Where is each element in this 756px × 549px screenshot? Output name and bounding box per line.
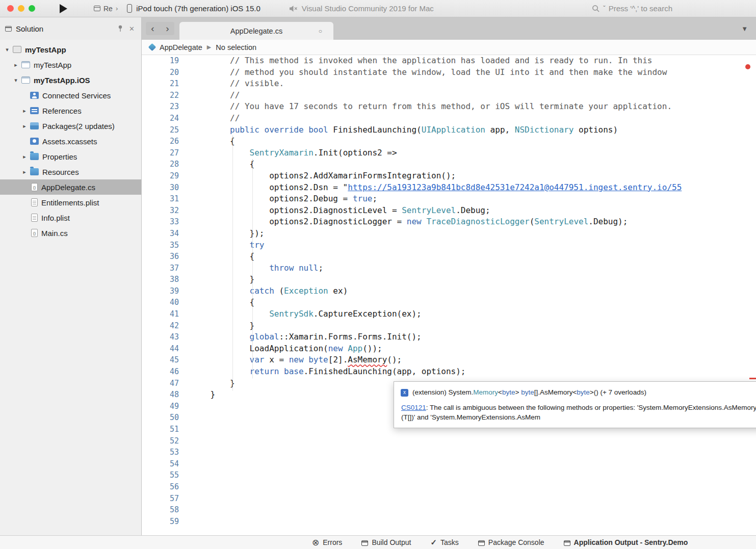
code-line-34[interactable]: 34 }); bbox=[142, 228, 756, 240]
code-line-39[interactable]: 39 catch (Exception ex) bbox=[142, 285, 756, 297]
code-line-58[interactable]: 58 bbox=[142, 504, 756, 516]
tab-modified-icon[interactable]: ○ bbox=[319, 28, 322, 35]
sidebar-item-references[interactable]: ▸References bbox=[0, 103, 141, 118]
code-token: { bbox=[191, 251, 254, 261]
assets-icon bbox=[30, 138, 39, 145]
code-line-42[interactable]: 42 } bbox=[142, 320, 756, 332]
sidebar-item-main-cs[interactable]: Main.cs bbox=[0, 225, 141, 241]
device-selector[interactable]: iPod touch (7th generation) iOS 15.0 bbox=[127, 4, 260, 13]
code-token: base bbox=[284, 367, 304, 376]
sidebar-item-resources[interactable]: ▸Resources bbox=[0, 164, 141, 179]
sidebar-item-entitlements-plist[interactable]: Entitlements.plist bbox=[0, 195, 141, 210]
zoom-window-button[interactable] bbox=[29, 5, 35, 12]
breadcrumb-selection[interactable]: No selection bbox=[216, 43, 256, 51]
code-line-52[interactable]: 52 bbox=[142, 435, 756, 447]
solution-tree: ▾myTestApp▸myTestApp▾myTestApp.iOSConnec… bbox=[0, 40, 141, 535]
error-code-link[interactable]: CS0121 bbox=[401, 404, 426, 411]
statusbar-item-build-output[interactable]: Build Output bbox=[361, 538, 411, 546]
search-input[interactable]: ˇ Press '^,' to search bbox=[592, 4, 672, 13]
sidebar-item-mytestapp[interactable]: ▸myTestApp bbox=[0, 57, 141, 72]
tab-list-chevron-icon[interactable]: ▼ bbox=[741, 25, 748, 33]
code-line-25[interactable]: 25 public override bool FinishedLaunchin… bbox=[142, 124, 756, 136]
code-line-45[interactable]: 45 var x = new byte[2].AsMemory(); bbox=[142, 354, 756, 366]
disclosure-down-icon[interactable]: ▾ bbox=[12, 77, 20, 84]
code-token: null bbox=[299, 263, 319, 273]
code-line-55[interactable]: 55 bbox=[142, 469, 756, 481]
code-line-41[interactable]: 41 SentrySdk.CaptureException(ex); bbox=[142, 308, 756, 320]
code-line-27[interactable]: 27 SentryXamarin.Init(options2 => bbox=[142, 147, 756, 159]
close-pad-icon[interactable]: ✕ bbox=[127, 25, 136, 33]
code-line-21[interactable]: 21 // visible. bbox=[142, 78, 756, 90]
sidebar-item-packages[interactable]: ▸Packages (2 updates) bbox=[0, 118, 141, 134]
disclosure-right-icon[interactable]: ▸ bbox=[20, 123, 29, 129]
code-line-40[interactable]: 40 { bbox=[142, 297, 756, 308]
sidebar-item-suffix: (2 updates) bbox=[76, 122, 115, 130]
code-line-57[interactable]: 57 bbox=[142, 493, 756, 505]
statusbar-item-package-console[interactable]: Package Console bbox=[478, 538, 544, 546]
disclosure-right-icon[interactable]: ▸ bbox=[20, 108, 29, 114]
scrollbar-error-marker-icon[interactable] bbox=[745, 64, 750, 69]
sidebar-item-mytestapp-ios[interactable]: ▾myTestApp.iOS bbox=[0, 72, 141, 88]
code-line-32[interactable]: 32 options2.DiagnosticLevel = SentryLeve… bbox=[142, 205, 756, 217]
navigate-back-button[interactable]: ‹ bbox=[146, 22, 160, 35]
code-line-20[interactable]: 20 // method you should instantiate the … bbox=[142, 67, 756, 79]
code-line-28[interactable]: 28 { bbox=[142, 159, 756, 170]
sidebar-item-info-plist[interactable]: Info.plist bbox=[0, 210, 141, 225]
statusbar-item-errors[interactable]: Errors bbox=[312, 537, 342, 548]
code-line-31[interactable]: 31 options2.Debug = true; bbox=[142, 193, 756, 205]
code-line-26[interactable]: 26 { bbox=[142, 136, 756, 147]
code-line-56[interactable]: 56 bbox=[142, 481, 756, 493]
disclosure-down-icon[interactable]: ▾ bbox=[3, 46, 11, 53]
code-token: new bbox=[407, 217, 422, 226]
line-number: 41 bbox=[142, 308, 191, 320]
code-text: // method you should instantiate the win… bbox=[191, 67, 667, 79]
code-line-53[interactable]: 53 bbox=[142, 447, 756, 458]
code-area[interactable]: 19 // This method is invoked when the ap… bbox=[142, 55, 756, 535]
disclosure-right-icon[interactable]: ▸ bbox=[20, 169, 29, 175]
code-token: [].AsMemory< bbox=[534, 388, 577, 396]
minimize-window-button[interactable] bbox=[18, 5, 24, 12]
build-configuration-button[interactable]: Re › bbox=[94, 5, 118, 13]
sidebar-item-connected-services[interactable]: Connected Services bbox=[0, 88, 141, 103]
statusbar-item-application-output-sentry-demo[interactable]: Application Output - Sentry.Demo bbox=[564, 538, 688, 546]
breadcrumb-scope[interactable]: AppDelegate bbox=[160, 43, 202, 51]
navigate-forward-button[interactable]: › bbox=[161, 22, 174, 35]
disclosure-right-icon[interactable]: ▸ bbox=[12, 62, 20, 68]
sidebar-item-assets-xcassets[interactable]: Assets.xcassets bbox=[0, 134, 141, 149]
phone-icon bbox=[127, 4, 132, 13]
code-line-36[interactable]: 36 { bbox=[142, 251, 756, 263]
sidebar-item-mytestapp[interactable]: ▾myTestApp bbox=[0, 42, 141, 57]
code-line-23[interactable]: 23 // You have 17 seconds to return from… bbox=[142, 101, 756, 113]
line-number: 26 bbox=[142, 136, 191, 147]
code-token: } bbox=[191, 378, 235, 388]
pin-icon[interactable] bbox=[117, 25, 123, 32]
scrollbar-error-line-marker[interactable] bbox=[749, 378, 756, 379]
code-line-29[interactable]: 29 options2.AddXamarinFormsIntegration()… bbox=[142, 170, 756, 182]
code-line-38[interactable]: 38 } bbox=[142, 274, 756, 285]
code-line-22[interactable]: 22 // bbox=[142, 90, 756, 101]
line-number: 57 bbox=[142, 493, 191, 505]
tab-appdelegate-cs[interactable]: AppDelegate.cs ○ bbox=[179, 22, 333, 40]
code-text: // bbox=[191, 90, 240, 101]
sidebar-item-appdelegate-cs[interactable]: AppDelegate.cs bbox=[0, 179, 141, 195]
statusbar-item-tasks[interactable]: Tasks bbox=[430, 538, 458, 547]
code-token: try bbox=[250, 240, 265, 250]
tooltip-signature: (extension) System.Memory<byte> byte[].A… bbox=[412, 387, 646, 399]
sidebar-item-properties[interactable]: ▸Properties bbox=[0, 149, 141, 164]
code-line-24[interactable]: 24 // bbox=[142, 113, 756, 124]
code-line-35[interactable]: 35 try bbox=[142, 240, 756, 251]
code-line-59[interactable]: 59 bbox=[142, 516, 756, 528]
code-token: byte bbox=[308, 355, 328, 364]
code-line-46[interactable]: 46 return base.FinishedLaunching(app, op… bbox=[142, 366, 756, 378]
code-line-54[interactable]: 54 bbox=[142, 458, 756, 470]
code-line-43[interactable]: 43 global::Xamarin.Forms.Forms.Init(); bbox=[142, 331, 756, 343]
disclosure-right-icon[interactable]: ▸ bbox=[20, 153, 29, 160]
code-line-33[interactable]: 33 options2.DiagnosticLogger = new Trace… bbox=[142, 216, 756, 228]
code-line-44[interactable]: 44 LoadApplication(new App()); bbox=[142, 343, 756, 355]
close-window-button[interactable] bbox=[7, 5, 14, 12]
references-icon bbox=[30, 107, 39, 114]
run-button[interactable] bbox=[60, 4, 67, 13]
code-line-19[interactable]: 19 // This method is invoked when the ap… bbox=[142, 55, 756, 67]
code-line-37[interactable]: 37 throw null; bbox=[142, 263, 756, 274]
code-line-30[interactable]: 30 options2.Dsn = "https://5a193123a9b84… bbox=[142, 182, 756, 194]
